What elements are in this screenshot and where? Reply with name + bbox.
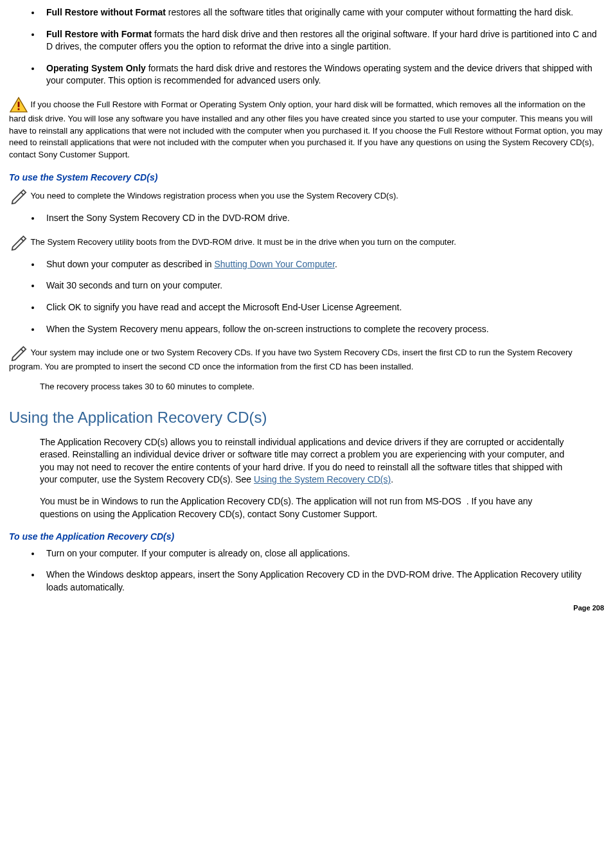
subheading-app-recovery: To use the Application Recovery CD(s) [9, 531, 604, 544]
list-item: Turn on your computer. If your computer … [41, 547, 604, 560]
option-desc: restores all the software titles that or… [166, 7, 573, 17]
app-steps-list: Turn on your computer. If your computer … [9, 547, 604, 594]
warning-text: If you choose the Full Restore with Form… [9, 100, 603, 160]
app-recovery-para-2: You must be in Windows to run the Applic… [40, 495, 573, 520]
note-text: You need to complete the Windows registr… [28, 191, 398, 200]
warning-note: If you choose the Full Restore with Form… [9, 96, 604, 161]
pencil-note-icon [9, 234, 28, 251]
list-item: When the Windows desktop appears, insert… [41, 569, 604, 594]
option-title: Full Restore without Format [46, 7, 166, 17]
subheading-system-recovery: To use the System Recovery CD(s) [9, 172, 604, 184]
note-registration: You need to complete the Windows registr… [9, 188, 604, 204]
link-shutting-down[interactable]: Shutting Down Your Computer [214, 259, 335, 269]
list-item: Full Restore with Format formats the har… [41, 28, 604, 53]
recovery-time-note: The recovery process takes 30 to 60 minu… [40, 381, 604, 393]
section-heading-app-recovery: Using the Application Recovery CD(s) [9, 407, 604, 429]
note-text: Your system may include one or two Syste… [9, 348, 573, 372]
note-boot: The System Recovery utility boots from t… [9, 234, 604, 251]
note-text: The System Recovery utility boots from t… [28, 237, 456, 247]
app-recovery-para-1: The Application Recovery CD(s) allows yo… [40, 436, 573, 486]
option-title: Full Restore with Format [46, 29, 152, 39]
link-using-system-recovery[interactable]: Using the System Recovery CD(s) [254, 474, 391, 484]
pencil-note-icon [9, 188, 28, 204]
list-item: Full Restore without Format restores all… [41, 6, 604, 19]
steps-list-2: Shut down your computer as described in … [9, 258, 604, 335]
list-item: Insert the Sony System Recovery CD in th… [41, 212, 604, 225]
list-item: Operating System Only formats the hard d… [41, 62, 604, 87]
step-text-post: . [335, 259, 337, 269]
para-text-post: . [391, 474, 393, 484]
steps-list-1: Insert the Sony System Recovery CD in th… [9, 212, 604, 225]
pencil-note-icon [9, 344, 28, 361]
list-item: When the System Recovery menu appears, f… [41, 323, 604, 336]
list-item: Shut down your computer as described in … [41, 258, 604, 271]
restore-options-list: Full Restore without Format restores all… [9, 6, 604, 87]
list-item: Click OK to signify you have read and ac… [41, 301, 604, 314]
option-title: Operating System Only [46, 63, 146, 73]
step-text-pre: Shut down your computer as described in [46, 259, 214, 269]
list-item: Wait 30 seconds and turn on your compute… [41, 279, 604, 292]
page-number: Page 208 [9, 603, 604, 613]
svg-rect-2 [18, 109, 20, 111]
svg-rect-1 [18, 102, 20, 107]
note-two-cds: Your system may include one or two Syste… [9, 344, 604, 373]
warning-icon [9, 96, 28, 113]
